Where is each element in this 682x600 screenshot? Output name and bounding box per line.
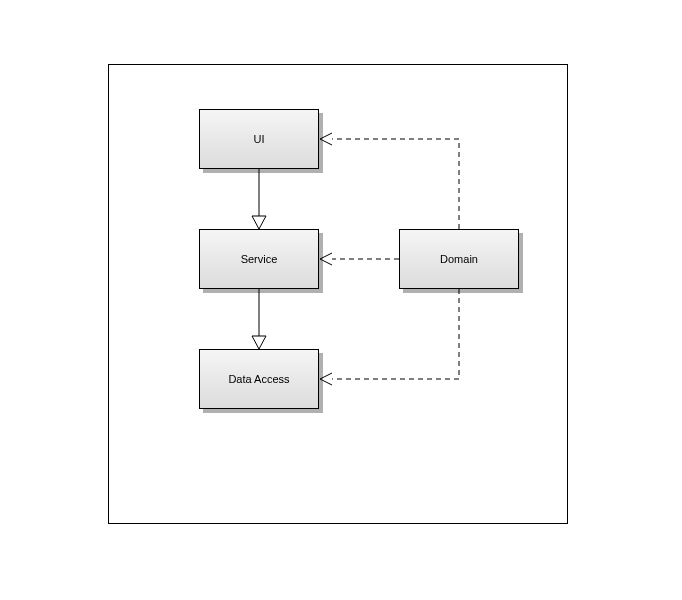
box-ui: UI bbox=[199, 109, 319, 169]
box-data-access-label: Data Access bbox=[228, 373, 289, 385]
box-data-access: Data Access bbox=[199, 349, 319, 409]
box-domain: Domain bbox=[399, 229, 519, 289]
box-service-label: Service bbox=[241, 253, 278, 265]
box-ui-label: UI bbox=[254, 133, 265, 145]
diagram-frame bbox=[108, 64, 568, 524]
box-domain-label: Domain bbox=[440, 253, 478, 265]
box-service: Service bbox=[199, 229, 319, 289]
